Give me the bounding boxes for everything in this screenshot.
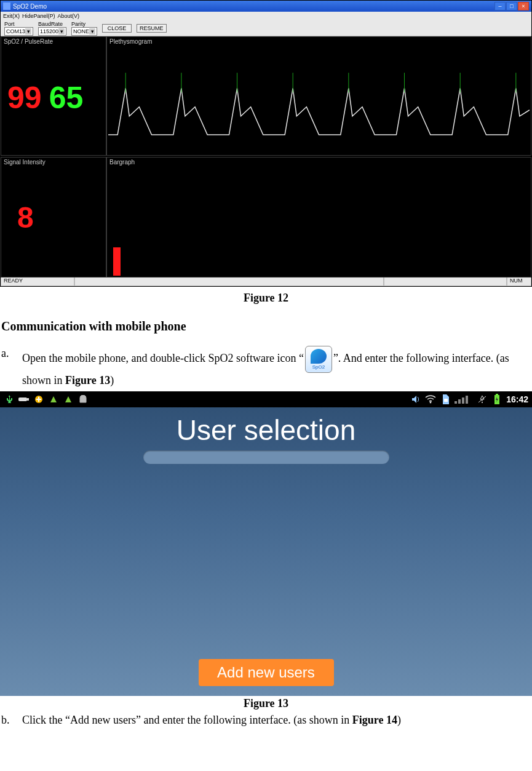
step-b-marker: b.: [1, 713, 16, 727]
user-selection-title: User selection: [0, 413, 532, 447]
menu-hidepanel[interactable]: HidePanel(P): [22, 13, 55, 19]
status-spacer-1: [74, 278, 384, 286]
status-num: NUM: [507, 278, 531, 286]
pleth-panel-title: Plethysmogram: [109, 38, 152, 45]
no-signal-icon: [477, 394, 488, 405]
spo2-panel-title: SpO2 / PulseRate: [4, 38, 53, 45]
parity-field: Parity NONE ▾: [71, 21, 97, 36]
window-minimize-button[interactable]: –: [494, 2, 506, 10]
section-heading: Communication with mobile phone: [1, 319, 532, 334]
svg-rect-16: [466, 396, 468, 404]
wifi-icon: [425, 394, 436, 405]
toolbar: Port COM13 ▾ BaudRate 115200 ▾ Parity NO…: [1, 20, 531, 36]
step-a: a. Open the mobile phone, and double-cli…: [0, 346, 532, 391]
svg-rect-15: [462, 397, 464, 404]
spo2-app-icon: [305, 346, 332, 373]
add-new-users-button[interactable]: Add new users: [199, 659, 334, 686]
menu-about[interactable]: About(V): [58, 13, 80, 19]
baudrate-value: 115200: [40, 28, 58, 34]
menubar: Exit(X) HidePanel(P) About(V): [1, 12, 531, 20]
step-a-marker: a.: [1, 346, 16, 388]
sim-icon: [440, 394, 451, 405]
step-b: b. Click the “Add new users” and enter t…: [0, 713, 532, 731]
svg-rect-8: [18, 397, 27, 401]
chevron-down-icon: ▾: [25, 28, 31, 34]
signal-reading: 8: [17, 201, 34, 234]
window-maximize-button[interactable]: □: [506, 2, 517, 10]
plethysmogram-waveform: [108, 48, 530, 153]
step-a-figref: Figure 13: [65, 374, 110, 386]
app-icon: [3, 2, 10, 10]
svg-point-17: [482, 402, 483, 403]
user-search-input[interactable]: [143, 450, 389, 464]
svg-rect-9: [27, 398, 29, 401]
baudrate-field: BaudRate 115200 ▾: [38, 21, 66, 36]
usb-icon: [4, 394, 15, 405]
signal-bars-icon: [455, 394, 473, 405]
port-value: COM13: [6, 28, 25, 34]
figure-13-caption: Figure 13: [0, 697, 532, 710]
window-title: SpO2 Demo: [13, 3, 492, 10]
step-b-close: ): [397, 714, 401, 726]
port-dropdown[interactable]: COM13 ▾: [4, 27, 33, 36]
port-field: Port COM13 ▾: [4, 21, 33, 36]
figure-12-caption: Figure 12: [0, 292, 532, 305]
svg-rect-20: [496, 394, 498, 395]
spo2-pulse-panel: SpO2 / PulseRate 99 65: [1, 36, 106, 156]
svg-line-18: [478, 396, 486, 402]
sound-icon: [410, 394, 421, 405]
plethysmogram-panel: Plethysmogram: [106, 36, 531, 156]
connect-icon: [18, 394, 30, 405]
svg-rect-13: [455, 401, 457, 404]
phone-screenshot: 16:42 User selection Add new users: [0, 391, 532, 696]
step-a-text-pre: Open the mobile phone, and double-click …: [22, 352, 304, 364]
bargraph-bar: [113, 247, 121, 276]
status-spacer-2: [384, 278, 507, 286]
window-titlebar: SpO2 Demo – □ ×: [1, 1, 531, 12]
app-notif-icon-2: [63, 394, 74, 405]
parity-value: NONE: [73, 28, 89, 34]
step-b-text-pre: Click the “Add new users” and enter the …: [22, 714, 352, 726]
close-button[interactable]: CLOSE: [102, 24, 132, 33]
svg-point-11: [430, 402, 432, 404]
bargraph-panel: Bargraph: [106, 157, 531, 278]
pulse-reading: 65: [49, 80, 84, 116]
menu-exit[interactable]: Exit(X): [3, 13, 20, 19]
android-statusbar: 16:42: [0, 391, 532, 407]
svg-rect-12: [444, 399, 448, 402]
parity-dropdown[interactable]: NONE ▾: [71, 27, 97, 36]
android-icon: [77, 394, 89, 405]
chevron-down-icon: ▾: [89, 28, 95, 34]
status-ready: READY: [1, 278, 74, 286]
baudrate-dropdown[interactable]: 115200 ▾: [38, 27, 66, 36]
plus-icon: [33, 394, 44, 405]
app-notif-icon-1: [48, 394, 59, 405]
status-time: 16:42: [506, 394, 528, 404]
signal-panel-title: Signal Intensity: [4, 159, 46, 166]
window-statusbar: READY NUM: [1, 278, 531, 286]
bargraph-panel-title: Bargraph: [109, 159, 135, 166]
chevron-down-icon: ▾: [58, 28, 65, 34]
window-close-button[interactable]: ×: [518, 2, 529, 10]
battery-charging-icon: [491, 394, 502, 405]
signal-intensity-panel: Signal Intensity 8: [1, 157, 106, 278]
port-label: Port: [4, 21, 33, 27]
baudrate-label: BaudRate: [38, 21, 66, 27]
parity-label: Parity: [71, 21, 97, 27]
spo2-reading: 99: [7, 80, 42, 116]
spo2-demo-window: SpO2 Demo – □ × Exit(X) HidePanel(P) Abo…: [0, 0, 532, 287]
step-a-close: ): [110, 374, 114, 386]
resume-button[interactable]: RESUME: [137, 24, 167, 33]
svg-rect-14: [458, 399, 461, 404]
step-b-figref: Figure 14: [352, 714, 397, 726]
